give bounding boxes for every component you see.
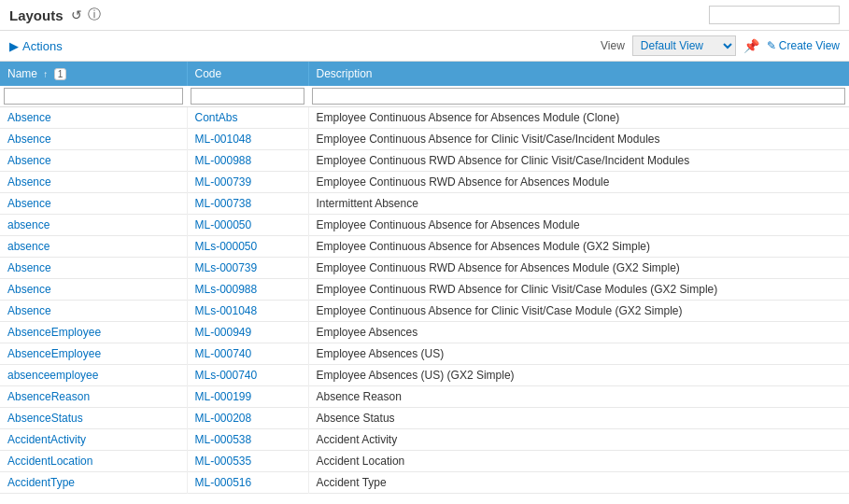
cell-name[interactable]: absenceemployee bbox=[0, 365, 187, 386]
cell-code[interactable]: MLs-000740 bbox=[187, 365, 308, 386]
cell-name[interactable]: AbsenceReason bbox=[0, 386, 187, 408]
cell-description: Absence Status bbox=[308, 408, 849, 429]
page-title: Layouts bbox=[9, 7, 64, 23]
cell-code[interactable]: ML-000208 bbox=[187, 408, 308, 429]
cell-name[interactable]: Absence bbox=[0, 172, 187, 193]
cell-description: Accident Activity bbox=[308, 429, 849, 451]
actions-arrow-icon: ▶ bbox=[9, 39, 19, 53]
cell-code[interactable]: ML-000199 bbox=[187, 386, 308, 408]
table-row: AbsenceML-000738Intermittent Absence bbox=[0, 193, 849, 215]
cell-description: Employee Continuous Absence for Absences… bbox=[308, 236, 849, 258]
cell-name[interactable]: Absence bbox=[0, 258, 187, 279]
table-row: AccidentActivityML-000538Accident Activi… bbox=[0, 429, 849, 451]
cell-name[interactable]: AbsenceEmployee bbox=[0, 343, 187, 365]
cell-code[interactable]: ML-000538 bbox=[187, 429, 308, 451]
table-row: absenceML-000050Employee Continuous Abse… bbox=[0, 215, 849, 236]
column-header-code[interactable]: Code bbox=[187, 62, 308, 86]
table-row: AbsenceMLs-001048Employee Continuous Abs… bbox=[0, 301, 849, 322]
create-view-button[interactable]: ✎ Create View bbox=[767, 39, 840, 52]
cell-description: Employee Continuous Absence for Clinic V… bbox=[308, 129, 849, 150]
sort-badge: 1 bbox=[54, 68, 67, 80]
cell-description: Employee Continuous Absence for Clinic V… bbox=[308, 301, 849, 322]
table-row: AbsenceEmployeeML-000740Employee Absence… bbox=[0, 343, 849, 365]
table-row: AbsenceEmployeeML-000949Employee Absence… bbox=[0, 322, 849, 343]
cell-code[interactable]: ML-000949 bbox=[187, 322, 308, 343]
cell-name[interactable]: Absence bbox=[0, 193, 187, 215]
cell-code[interactable]: MLs-001048 bbox=[187, 301, 308, 322]
cell-code[interactable]: ML-000516 bbox=[187, 472, 308, 494]
table-row: AbsenceMLs-000739Employee Continuous RWD… bbox=[0, 258, 849, 279]
cell-description: Employee Absences bbox=[308, 322, 849, 343]
filter-input-description[interactable] bbox=[312, 88, 845, 105]
view-select[interactable]: Default View Custom View 1 bbox=[632, 35, 736, 56]
table-row: AbsenceML-001048Employee Continuous Abse… bbox=[0, 129, 849, 150]
table-body: AbsenceContAbsEmployee Continuous Absenc… bbox=[0, 107, 849, 494]
table-row: AbsenceReasonML-000199Absence Reason bbox=[0, 386, 849, 408]
toolbar: ▶ Actions View Default View Custom View … bbox=[0, 31, 849, 62]
layouts-table: Name ↑ 1 Code Description AbsenceContAbs… bbox=[0, 62, 849, 494]
cell-name[interactable]: AbsenceStatus bbox=[0, 408, 187, 429]
filter-cell-code bbox=[187, 86, 308, 107]
cell-code[interactable]: MLs-000739 bbox=[187, 258, 308, 279]
table-row: absenceemployeeMLs-000740Employee Absenc… bbox=[0, 365, 849, 386]
table-header-row: Name ↑ 1 Code Description bbox=[0, 62, 849, 86]
pin-icon[interactable]: 📌 bbox=[743, 38, 759, 53]
cell-code[interactable]: MLs-000050 bbox=[187, 236, 308, 258]
table-container: Name ↑ 1 Code Description AbsenceContAbs… bbox=[0, 62, 849, 494]
table-row: absenceMLs-000050Employee Continuous Abs… bbox=[0, 236, 849, 258]
cell-name[interactable]: AbsenceEmployee bbox=[0, 322, 187, 343]
table-row: AbsenceMLs-000988Employee Continuous RWD… bbox=[0, 279, 849, 301]
refresh-icon[interactable]: ↺ bbox=[71, 7, 82, 22]
view-label: View bbox=[601, 39, 625, 52]
table-row: AbsenceML-000739Employee Continuous RWD … bbox=[0, 172, 849, 193]
filter-cell-description bbox=[308, 86, 849, 107]
cell-code[interactable]: ML-001048 bbox=[187, 129, 308, 150]
info-icon[interactable]: ⓘ bbox=[88, 7, 101, 23]
cell-name[interactable]: absence bbox=[0, 215, 187, 236]
cell-code[interactable]: MLs-000988 bbox=[187, 279, 308, 301]
cell-name[interactable]: Absence bbox=[0, 279, 187, 301]
cell-description: Intermittent Absence bbox=[308, 193, 849, 215]
cell-code[interactable]: ML-000988 bbox=[187, 150, 308, 172]
cell-name[interactable]: Absence bbox=[0, 107, 187, 129]
filter-row bbox=[0, 86, 849, 107]
cell-name[interactable]: Absence bbox=[0, 301, 187, 322]
cell-description: Employee Continuous RWD Absence for Abse… bbox=[308, 172, 849, 193]
table-row: AccidentTypeML-000516Accident Type bbox=[0, 472, 849, 494]
cell-description: Employee Continuous RWD Absence for Clin… bbox=[308, 150, 849, 172]
filter-input-code[interactable] bbox=[191, 88, 304, 105]
cell-description: Employee Continuous RWD Absence for Abse… bbox=[308, 258, 849, 279]
cell-code[interactable]: ML-000739 bbox=[187, 172, 308, 193]
cell-name[interactable]: AccidentType bbox=[0, 472, 187, 494]
cell-code[interactable]: ML-000740 bbox=[187, 343, 308, 365]
sort-asc-icon: ↑ bbox=[43, 69, 48, 79]
cell-name[interactable]: Absence bbox=[0, 129, 187, 150]
table-row: AbsenceML-000988Employee Continuous RWD … bbox=[0, 150, 849, 172]
cell-description: Employee Continuous Absence for Absences… bbox=[308, 107, 849, 129]
cell-name[interactable]: Absence bbox=[0, 150, 187, 172]
actions-label: Actions bbox=[22, 39, 63, 53]
top-bar: Layouts ↺ ⓘ bbox=[0, 0, 849, 31]
filter-input-name[interactable] bbox=[4, 88, 183, 105]
table-row: AbsenceContAbsEmployee Continuous Absenc… bbox=[0, 107, 849, 129]
create-view-label: Create View bbox=[779, 39, 840, 52]
cell-description: Accident Location bbox=[308, 451, 849, 472]
column-header-name[interactable]: Name ↑ 1 bbox=[0, 62, 187, 86]
table-row: AbsenceStatusML-000208Absence Status bbox=[0, 408, 849, 429]
filter-cell-name bbox=[0, 86, 187, 107]
cell-code[interactable]: ML-000050 bbox=[187, 215, 308, 236]
top-search-input[interactable] bbox=[709, 6, 840, 24]
cell-name[interactable]: AccidentLocation bbox=[0, 451, 187, 472]
toolbar-right: View Default View Custom View 1 📌 ✎ Crea… bbox=[601, 35, 840, 56]
actions-button[interactable]: ▶ Actions bbox=[9, 39, 63, 53]
cell-code[interactable]: ML-000535 bbox=[187, 451, 308, 472]
cell-description: Employee Absences (US) (GX2 Simple) bbox=[308, 365, 849, 386]
column-header-description[interactable]: Description bbox=[308, 62, 849, 86]
cell-code[interactable]: ContAbs bbox=[187, 107, 308, 129]
cell-name[interactable]: absence bbox=[0, 236, 187, 258]
top-bar-icons: ↺ ⓘ bbox=[71, 7, 101, 23]
cell-name[interactable]: AccidentActivity bbox=[0, 429, 187, 451]
create-view-icon: ✎ bbox=[767, 39, 776, 52]
cell-description: Absence Reason bbox=[308, 386, 849, 408]
cell-code[interactable]: ML-000738 bbox=[187, 193, 308, 215]
